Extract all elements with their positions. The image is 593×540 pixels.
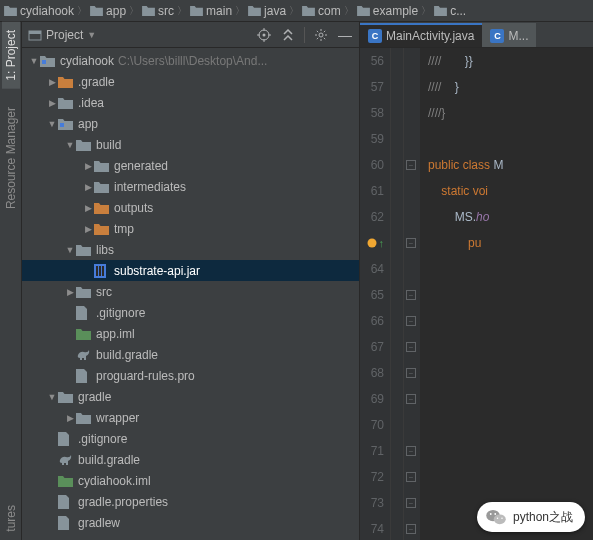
tree-item-app[interactable]: ▼app — [22, 113, 359, 134]
tree-label: cydiahook.iml — [78, 474, 151, 488]
tab-project[interactable]: 1: Project — [2, 22, 20, 89]
fold-marker-icon[interactable]: − — [406, 342, 416, 352]
code-line[interactable] — [428, 360, 593, 386]
tree-item-outputs[interactable]: ▶outputs — [22, 197, 359, 218]
code-line[interactable] — [428, 438, 593, 464]
tree-toggle-icon[interactable]: ▶ — [46, 98, 58, 108]
tree-toggle-icon[interactable]: ▶ — [82, 224, 94, 234]
tab-other[interactable]: C M... — [482, 23, 536, 47]
tree-item-ideaDir[interactable]: ▶.idea — [22, 92, 359, 113]
fold-marker-icon[interactable]: − — [406, 316, 416, 326]
code-content[interactable]: //// }}//// }////}public class M static … — [420, 48, 593, 540]
fold-marker-icon[interactable]: − — [406, 394, 416, 404]
fold-marker-icon[interactable]: − — [406, 498, 416, 508]
fold-marker-icon[interactable]: − — [406, 238, 416, 248]
tree-item-gradleProps[interactable]: gradle.properties — [22, 491, 359, 512]
tree-toggle-icon[interactable]: ▶ — [82, 182, 94, 192]
tree-toggle-icon[interactable]: ▶ — [82, 161, 94, 171]
breadcrumb-item[interactable]: main — [190, 4, 232, 18]
warning-icon — [367, 238, 377, 248]
tab-structures[interactable]: tures — [2, 497, 20, 540]
tree-item-libs[interactable]: ▼libs — [22, 239, 359, 260]
tree-toggle-icon[interactable]: ▶ — [64, 413, 76, 423]
expand-all-icon[interactable] — [280, 27, 296, 43]
breadcrumb-item[interactable]: src — [142, 4, 174, 18]
tab-resource-manager[interactable]: Resource Manager — [2, 99, 20, 217]
tree-item-gitignore2[interactable]: .gitignore — [22, 428, 359, 449]
tree-item-buildGradle2[interactable]: build.gradle — [22, 449, 359, 470]
tree-item-gitignore1[interactable]: .gitignore — [22, 302, 359, 323]
tree-toggle-icon[interactable]: ▼ — [28, 56, 40, 66]
code-line[interactable] — [428, 334, 593, 360]
code-line[interactable]: ////} — [428, 100, 593, 126]
tree-item-gradleDir[interactable]: ▶.gradle — [22, 71, 359, 92]
tree-item-buildGradle1[interactable]: build.gradle — [22, 344, 359, 365]
tab-mainactivity[interactable]: C MainActivity.java — [360, 23, 482, 47]
code-line[interactable] — [428, 464, 593, 490]
tree-toggle-icon[interactable]: ▼ — [46, 119, 58, 129]
tree-item-substrate[interactable]: substrate-api.jar — [22, 260, 359, 281]
project-view-selector[interactable]: Project ▼ — [28, 28, 96, 42]
tree-toggle-icon[interactable]: ▼ — [64, 140, 76, 150]
tree-item-gradleFolder[interactable]: ▼gradle — [22, 386, 359, 407]
tree-item-cydiahookIml[interactable]: cydiahook.iml — [22, 470, 359, 491]
code-line[interactable]: MS.ho — [428, 204, 593, 230]
tree-item-intermediates[interactable]: ▶intermediates — [22, 176, 359, 197]
tree-item-build[interactable]: ▼build — [22, 134, 359, 155]
project-icon — [28, 28, 42, 42]
fold-marker-icon[interactable]: − — [406, 524, 416, 534]
line-number: 68 — [360, 360, 384, 386]
gear-icon[interactable] — [313, 27, 329, 43]
breadcrumb-item[interactable]: app — [90, 4, 126, 18]
code-line[interactable] — [428, 386, 593, 412]
line-number: 58 — [360, 100, 384, 126]
code-line[interactable] — [428, 308, 593, 334]
svg-rect-1 — [29, 31, 41, 34]
breadcrumb-item[interactable]: c... — [434, 4, 466, 18]
fold-marker-icon[interactable]: − — [406, 368, 416, 378]
fold-marker-icon[interactable]: − — [406, 446, 416, 456]
tree-toggle-icon[interactable]: ▼ — [64, 245, 76, 255]
code-editor[interactable]: 56575859606162↑6465666768697071727374 −−… — [360, 48, 593, 540]
fold-marker-icon[interactable]: − — [406, 160, 416, 170]
locate-icon[interactable] — [256, 27, 272, 43]
fold-marker-icon[interactable]: − — [406, 472, 416, 482]
tree-item-appIml[interactable]: app.iml — [22, 323, 359, 344]
code-line[interactable] — [428, 412, 593, 438]
code-line[interactable]: public class M — [428, 152, 593, 178]
project-tree[interactable]: ▼cydiahookC:\Users\billl\Desktop\And...▶… — [22, 48, 359, 540]
project-panel: Project ▼ — ▼cydiahookC:\Users\billl\Des… — [22, 22, 360, 540]
tree-item-wrapper[interactable]: ▶wrapper — [22, 407, 359, 428]
breadcrumb-item[interactable]: java — [248, 4, 286, 18]
tree-item-tmp[interactable]: ▶tmp — [22, 218, 359, 239]
tree-item-proguard[interactable]: proguard-rules.pro — [22, 365, 359, 386]
hide-panel-icon[interactable]: — — [337, 27, 353, 43]
code-line[interactable]: //// } — [428, 74, 593, 100]
tree-item-root[interactable]: ▼cydiahookC:\Users\billl\Desktop\And... — [22, 50, 359, 71]
folderGrey-icon — [76, 411, 92, 425]
code-line[interactable]: static voi — [428, 178, 593, 204]
fold-marker-icon[interactable]: − — [406, 290, 416, 300]
tree-item-src[interactable]: ▶src — [22, 281, 359, 302]
tree-toggle-icon[interactable]: ▶ — [46, 77, 58, 87]
tree-toggle-icon[interactable]: ▼ — [46, 392, 58, 402]
folderGrey-icon — [58, 96, 74, 110]
line-number: 57 — [360, 74, 384, 100]
chevron-down-icon: ▼ — [87, 30, 96, 40]
code-line[interactable] — [428, 126, 593, 152]
code-line[interactable] — [428, 256, 593, 282]
tree-item-generated[interactable]: ▶generated — [22, 155, 359, 176]
line-number: 56 — [360, 48, 384, 74]
file-icon — [58, 432, 74, 446]
tree-toggle-icon[interactable]: ▶ — [82, 203, 94, 213]
svg-point-17 — [494, 514, 506, 524]
tree-label: build — [96, 138, 121, 152]
tree-toggle-icon[interactable]: ▶ — [64, 287, 76, 297]
tree-item-gradlew[interactable]: gradlew — [22, 512, 359, 533]
code-line[interactable]: //// }} — [428, 48, 593, 74]
code-line[interactable] — [428, 282, 593, 308]
code-line[interactable]: pu — [428, 230, 593, 256]
breadcrumb-item[interactable]: com — [302, 4, 341, 18]
breadcrumb-item[interactable]: example — [357, 4, 418, 18]
breadcrumb-item[interactable]: cydiahook — [4, 4, 74, 18]
